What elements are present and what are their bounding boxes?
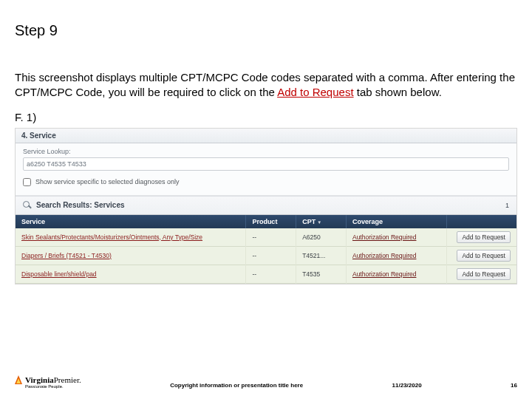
col-cpt[interactable]: CPT bbox=[296, 215, 347, 228]
product-cell: -- bbox=[246, 265, 296, 283]
figure-label: F. 1) bbox=[15, 111, 517, 123]
cpt-cell: T4521... bbox=[296, 246, 347, 265]
search-results-title: Search Results: Services bbox=[36, 201, 125, 209]
brand-tagline: Passionate People. bbox=[25, 384, 64, 389]
brand-logo: VirginiaPremier. Passionate People. bbox=[15, 375, 81, 389]
product-cell: -- bbox=[246, 228, 296, 247]
service-link[interactable]: Disposable liner/shield/pad bbox=[21, 270, 97, 278]
add-to-request-link: Add to Request bbox=[277, 86, 353, 98]
add-to-request-button[interactable]: Add to Request bbox=[457, 250, 511, 262]
col-actions bbox=[446, 215, 516, 228]
table-row: Disposable liner/shield/pad -- T4535 Aut… bbox=[16, 265, 516, 283]
cpt-cell: A6250 bbox=[296, 228, 347, 247]
search-results-header: Search Results: Services 1 bbox=[16, 196, 516, 215]
slide-footer: VirginiaPremier. Passionate People. Copy… bbox=[15, 375, 517, 389]
coverage-link[interactable]: Authorization Required bbox=[352, 270, 416, 278]
brand-part2: Premier. bbox=[54, 375, 81, 384]
diagnoses-only-label: Show service specific to selected diagno… bbox=[35, 178, 180, 185]
col-product[interactable]: Product bbox=[246, 215, 296, 228]
footer-page-number: 16 bbox=[511, 382, 517, 389]
copyright-text: Copyright information or presentation ti… bbox=[170, 382, 303, 389]
section-header-service: 4. Service bbox=[16, 129, 516, 143]
results-page-number: 1 bbox=[505, 202, 509, 209]
brand-part1: Virginia bbox=[25, 375, 54, 384]
service-lookup-label: Service Lookup: bbox=[23, 148, 509, 155]
service-link[interactable]: Skin Sealants/Protectants/Moisturizers/O… bbox=[21, 233, 202, 241]
service-lookup-input[interactable] bbox=[23, 157, 509, 171]
coverage-link[interactable]: Authorization Required bbox=[352, 233, 416, 241]
add-to-request-button[interactable]: Add to Request bbox=[457, 231, 511, 243]
service-link[interactable]: Diapers / Briefs (T4521 - T4530) bbox=[21, 252, 112, 259]
diagnoses-only-checkbox[interactable] bbox=[23, 178, 31, 186]
instruction-text: This screenshot displays multiple CPT/MC… bbox=[15, 70, 517, 100]
instruction-after: tab shown below. bbox=[354, 86, 442, 98]
step-title: Step 9 bbox=[15, 22, 517, 39]
cpt-cell: T4535 bbox=[296, 265, 347, 283]
coverage-link[interactable]: Authorization Required bbox=[352, 252, 416, 259]
table-row: Diapers / Briefs (T4521 - T4530) -- T452… bbox=[16, 246, 516, 265]
diagnoses-only-row[interactable]: Show service specific to selected diagno… bbox=[23, 177, 509, 188]
table-row: Skin Sealants/Protectants/Moisturizers/O… bbox=[16, 228, 516, 247]
flame-icon bbox=[15, 375, 22, 384]
search-icon bbox=[23, 201, 32, 210]
footer-date: 11/23/2020 bbox=[392, 382, 422, 389]
col-service[interactable]: Service bbox=[16, 215, 246, 228]
service-app-screenshot: 4. Service Service Lookup: Show service … bbox=[15, 128, 517, 284]
results-table: Service Product CPT Coverage Skin Sealan… bbox=[16, 215, 516, 284]
product-cell: -- bbox=[246, 246, 296, 265]
col-coverage[interactable]: Coverage bbox=[346, 215, 446, 228]
add-to-request-button[interactable]: Add to Request bbox=[457, 268, 511, 280]
